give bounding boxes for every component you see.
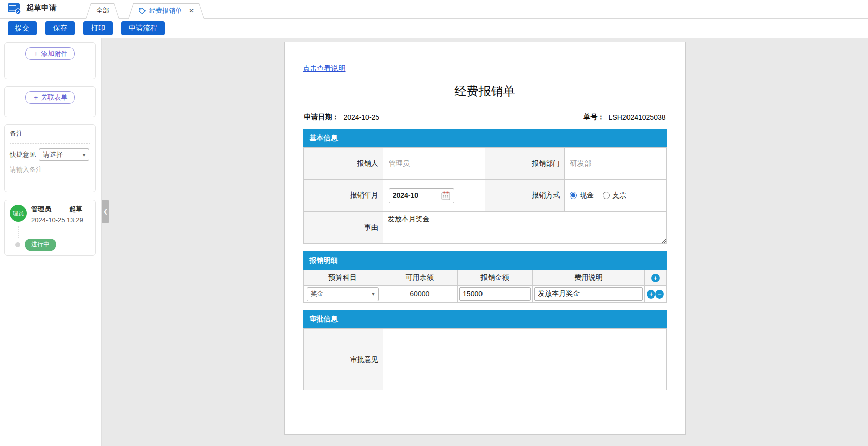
sidebar-collapse-handle[interactable]: ❮	[102, 200, 109, 223]
tab-bar: 全部 经费报销单 ✕	[86, 3, 213, 18]
main-area: 点击查看说明 经费报销单 申请日期： 2024-10-25 单号： LSH202…	[102, 38, 868, 446]
close-icon[interactable]: ✕	[189, 3, 194, 18]
basic-info-table: 报销人 管理员 报销部门 研发部 报销年月	[303, 147, 667, 244]
add-attachment-button[interactable]: ＋ 添加附件	[25, 47, 75, 60]
table-row: 奖金 ▾ 60000 +−	[303, 286, 666, 303]
help-link[interactable]: 点击查看说明	[303, 64, 346, 72]
approval-opinion-value	[383, 329, 666, 390]
col-budget-subject: 预算科目	[303, 270, 382, 286]
col-expense-desc: 费用说明	[533, 270, 645, 286]
chevron-down-icon: ▾	[372, 291, 374, 297]
quick-opinion-label: 快捷意见	[10, 150, 36, 159]
related-form-card: ＋ 关联表单	[4, 86, 96, 117]
timeline-dot	[15, 242, 20, 247]
header: 起草申请 全部 经费报销单 ✕	[0, 0, 868, 19]
add-row-icon[interactable]: +	[651, 274, 660, 282]
calendar-icon[interactable]	[441, 191, 450, 200]
radio-cheque[interactable]: 支票	[603, 191, 626, 200]
apply-date-value: 2024-10-25	[344, 113, 380, 121]
chevron-down-icon: ▾	[83, 152, 85, 158]
detail-table: 预算科目 可用余额 报销金额 费用说明 + 奖金 ▾ 60000	[303, 270, 667, 303]
person-value: 管理员	[389, 159, 410, 167]
save-button[interactable]: 保存	[45, 21, 75, 35]
budget-subject-select[interactable]: 奖金 ▾	[307, 287, 379, 301]
flow-button[interactable]: 申请流程	[121, 21, 165, 35]
approval-opinion-label: 审批意见	[303, 329, 383, 390]
relate-form-button[interactable]: ＋ 关联表单	[25, 91, 75, 104]
dept-value: 研发部	[570, 159, 591, 167]
remark-title: 备注	[10, 129, 90, 138]
print-button[interactable]: 打印	[83, 21, 113, 35]
apply-date-label: 申请日期：	[304, 113, 340, 122]
form-page: 点击查看说明 经费报销单 申请日期： 2024-10-25 单号： LSH202…	[284, 42, 686, 435]
avatar: 理员	[10, 205, 27, 222]
add-row-icon[interactable]: +	[647, 290, 655, 299]
quick-opinion-select[interactable]: 请选择 ▾	[39, 148, 89, 161]
col-amount: 报销金额	[458, 270, 533, 286]
sidebar: ＋ 添加附件 ＋ 关联表单 备注 快捷意见 请选择 ▾ 请输入备注	[0, 38, 102, 446]
submit-button[interactable]: 提交	[8, 21, 37, 35]
tag-icon	[138, 7, 146, 15]
draft-form-icon	[7, 2, 21, 15]
form-title: 经费报销单	[303, 83, 667, 100]
status-badge: 进行中	[25, 239, 56, 251]
attachment-card: ＋ 添加附件	[4, 42, 96, 79]
remove-row-icon[interactable]: −	[655, 290, 664, 299]
balance-value: 60000	[382, 286, 458, 303]
dept-label: 报销部门	[485, 148, 564, 180]
method-radio-group: 现金 支票	[570, 191, 666, 200]
month-datebox	[389, 188, 454, 203]
approval-table: 审批意见	[303, 328, 667, 390]
person-label: 报销人	[303, 148, 383, 180]
form-info-row: 申请日期： 2024-10-25 单号： LSH20241025038	[303, 113, 667, 122]
desc-input[interactable]	[534, 287, 643, 301]
doc-no-value: LSH20241025038	[609, 113, 666, 121]
remark-input[interactable]: 请输入备注	[10, 165, 90, 174]
section-approval-header: 审批信息	[303, 310, 667, 328]
section-basic-header: 基本信息	[303, 129, 667, 147]
content-area: ＋ 添加附件 ＋ 关联表单 备注 快捷意见 请选择 ▾ 请输入备注	[0, 38, 868, 446]
timeline-user: 管理员	[31, 205, 51, 214]
page-title: 起草申请	[26, 3, 57, 13]
tab-expense-form[interactable]: 经费报销单 ✕	[128, 3, 204, 18]
radio-cash[interactable]: 现金	[570, 191, 594, 200]
tab-all[interactable]: 全部	[86, 3, 119, 18]
month-input[interactable]	[393, 191, 433, 200]
col-available-balance: 可用余额	[382, 270, 458, 286]
remark-card: 备注 快捷意见 请选择 ▾ 请输入备注	[4, 124, 96, 192]
reason-label: 事由	[303, 212, 383, 244]
doc-no-label: 单号：	[584, 113, 605, 122]
method-label: 报销方式	[485, 180, 564, 212]
reason-textarea[interactable]: 发放本月奖金	[383, 212, 666, 243]
timeline-card: 理员 管理员 起草 2024-10-25 13:29 进行中	[4, 200, 96, 256]
toolbar: 提交 保存 打印 申请流程	[0, 19, 868, 38]
divider	[10, 143, 90, 144]
timeline-connector	[18, 226, 90, 238]
month-label: 报销年月	[303, 180, 383, 212]
timeline-time: 2024-10-25 13:29	[31, 216, 90, 224]
timeline-action: 起草	[69, 205, 82, 214]
section-detail-header: 报销明细	[303, 251, 667, 270]
amount-input[interactable]	[459, 287, 531, 301]
